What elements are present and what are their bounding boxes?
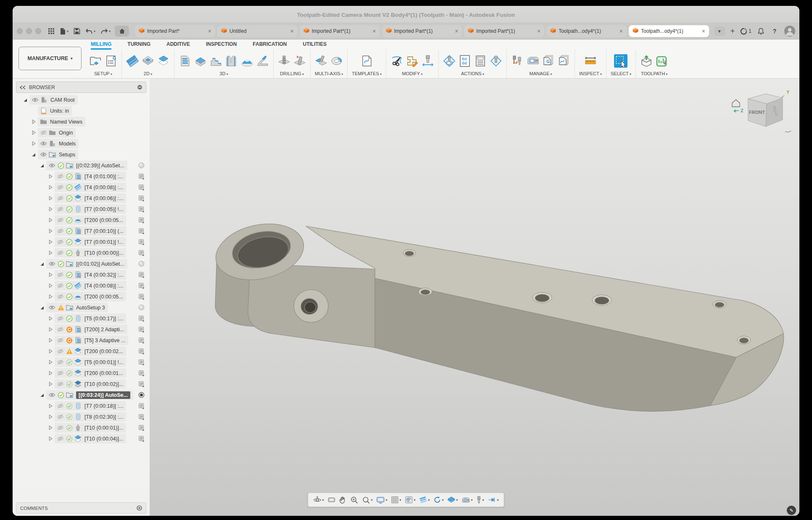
group-label-setup[interactable]: SETUP: [89, 71, 117, 77]
visibility-off-icon[interactable]: [57, 337, 64, 344]
tree-item[interactable]: Units: in: [38, 106, 72, 116]
redo-button[interactable]: ▾: [100, 27, 111, 35]
operation-notes-icon[interactable]: [138, 359, 145, 365]
simulate-toolpath-button[interactable]: [490, 55, 502, 67]
operation-notes-icon[interactable]: [138, 239, 145, 245]
document-tab[interactable]: Untitled×: [217, 25, 298, 37]
chevron-down-icon[interactable]: ▾: [414, 498, 415, 502]
ncprogram-button[interactable]: G: [105, 55, 117, 67]
flow-button[interactable]: [225, 55, 238, 67]
close-tab-icon[interactable]: ×: [290, 28, 294, 34]
tree-row[interactable]: CAM Root: [13, 95, 150, 105]
viewports-button[interactable]: ▾: [403, 496, 417, 504]
visibility-off-icon[interactable]: [57, 348, 64, 355]
tree-item[interactable]: [(0:03:24)] AutoSe...: [46, 390, 133, 400]
group-label-3d[interactable]: 3D: [179, 71, 269, 77]
operation-notes-icon[interactable]: [138, 293, 145, 300]
tree-row[interactable]: [T10 (0:00:00)]...: [13, 248, 150, 258]
tree-item[interactable]: [T4 (0:01:00)] :...: [55, 172, 126, 181]
tree-item[interactable]: [T7 (0:00:01)] !...: [55, 237, 126, 247]
viewcube-menu-chevron[interactable]: [785, 131, 791, 132]
expand-icon[interactable]: [48, 349, 53, 354]
chevron-down-icon[interactable]: ▾: [371, 498, 372, 502]
document-tab[interactable]: Imported Part*(1)×: [464, 25, 544, 37]
visibility-off-icon[interactable]: [57, 238, 64, 245]
steep-shallow-button[interactable]: [210, 55, 222, 67]
visibility-on-icon[interactable]: [48, 304, 55, 311]
job-status-button[interactable]: 1: [740, 28, 751, 35]
titlebar[interactable]: Toolpath-Edited Camera Mount V2 Body4*(1…: [13, 6, 799, 23]
tree-item[interactable]: [T200 (0:00:05...: [55, 215, 126, 225]
expand-icon[interactable]: [48, 327, 53, 332]
tree-item[interactable]: [T5] 3 Adaptive ...: [55, 335, 128, 345]
tree-row[interactable]: [(0:02:39)] AutoSet...: [13, 160, 150, 171]
chevron-down-icon[interactable]: ▾: [471, 498, 473, 502]
visibility-off-icon[interactable]: [57, 173, 64, 180]
ribbon-tab-additive[interactable]: ADDITIVE: [166, 41, 190, 50]
tree-row[interactable]: Units: in: [13, 106, 150, 116]
select-button[interactable]: [614, 54, 628, 68]
operation-notes-icon[interactable]: [138, 436, 145, 442]
expand-icon[interactable]: [48, 240, 53, 244]
tree-item[interactable]: [T200] 2 Adapti...: [55, 325, 127, 334]
group-label-drilling[interactable]: DRILLING: [278, 71, 306, 77]
tree-item[interactable]: [T4 (0:00:32)] :...: [55, 270, 126, 280]
tree-row[interactable]: AutoSetup 3: [13, 302, 150, 313]
chevron-down-icon[interactable]: ▾: [456, 498, 458, 502]
machine-library-button[interactable]: [527, 55, 539, 67]
expand-icon[interactable]: [48, 196, 53, 201]
visibility-on-icon[interactable]: [48, 391, 55, 399]
tree-row[interactable]: [T200] 2 Adapti...: [13, 324, 150, 335]
2d-pocket-button[interactable]: [142, 55, 154, 67]
ribbon-tab-inspection[interactable]: INSPECTION: [206, 41, 237, 50]
close-window-button[interactable]: [17, 28, 23, 34]
expand-icon[interactable]: [48, 218, 53, 222]
tree-row[interactable]: [T5] 3 Adaptive ...: [13, 335, 150, 346]
tree-row[interactable]: [T200 (0:00:05...: [13, 291, 150, 302]
visibility-off-icon[interactable]: [57, 380, 64, 388]
stock-display-button[interactable]: ▾: [446, 496, 459, 503]
move-toolpath-button[interactable]: [422, 55, 434, 67]
browser-header[interactable]: BROWSER: [16, 82, 146, 93]
expand-icon[interactable]: [48, 185, 53, 190]
expand-icon[interactable]: [48, 425, 53, 430]
tree-row[interactable]: [T200 (0:00:02...: [13, 346, 150, 356]
tree-item[interactable]: Named Views: [38, 117, 85, 127]
visibility-off-icon[interactable]: [57, 206, 64, 213]
operation-notes-icon[interactable]: [138, 348, 145, 354]
machine-display-button[interactable]: ▾: [461, 496, 474, 503]
operation-notes-icon[interactable]: [138, 195, 145, 201]
expand-icon[interactable]: [31, 130, 36, 135]
chevron-down-icon[interactable]: ▾: [399, 498, 401, 502]
drill-button[interactable]: [278, 55, 290, 67]
undo-button[interactable]: ▾: [84, 27, 96, 35]
tree-row[interactable]: [T10 (0:00:04)]...: [13, 433, 150, 444]
visibility-off-icon[interactable]: [57, 184, 64, 191]
setup-indicator[interactable]: [138, 261, 145, 267]
close-tab-icon[interactable]: ×: [537, 28, 540, 34]
tree-item[interactable]: [T7 (0:00:10)] (...: [55, 226, 127, 236]
group-label-select[interactable]: SELECT: [611, 71, 631, 77]
import-toolpath-button[interactable]: [656, 55, 668, 67]
visibility-off-icon[interactable]: [57, 435, 64, 442]
close-tab-icon[interactable]: ×: [702, 28, 705, 34]
group-label-modify[interactable]: MODIFY: [390, 71, 434, 77]
group-label-actions[interactable]: ACTIONS: [443, 71, 502, 77]
expand-icon[interactable]: [48, 283, 53, 288]
operation-notes-icon[interactable]: [138, 414, 145, 420]
expand-icon[interactable]: [48, 174, 53, 179]
file-menu-button[interactable]: ▾: [59, 27, 69, 36]
viewcube-front-label[interactable]: FRONT: [749, 110, 765, 115]
tree-item[interactable]: [T200 (0:00:02...: [55, 346, 126, 356]
visibility-off-icon[interactable]: [57, 424, 64, 431]
tree-row[interactable]: [T7 (0:00:05)] !...: [13, 204, 150, 214]
contour-button[interactable]: [241, 55, 253, 67]
new-tab-button[interactable]: +: [730, 27, 735, 36]
deep-drill-button[interactable]: +: [293, 55, 306, 67]
expand-icon[interactable]: [48, 272, 53, 277]
minimize-window-button[interactable]: [26, 28, 32, 34]
operation-notes-icon[interactable]: [138, 337, 145, 343]
tool-library-button[interactable]: [511, 55, 524, 67]
tree-row[interactable]: [T4 (0:00:08)] :...: [13, 182, 150, 193]
group-label-templates[interactable]: TEMPLATES: [352, 71, 382, 77]
